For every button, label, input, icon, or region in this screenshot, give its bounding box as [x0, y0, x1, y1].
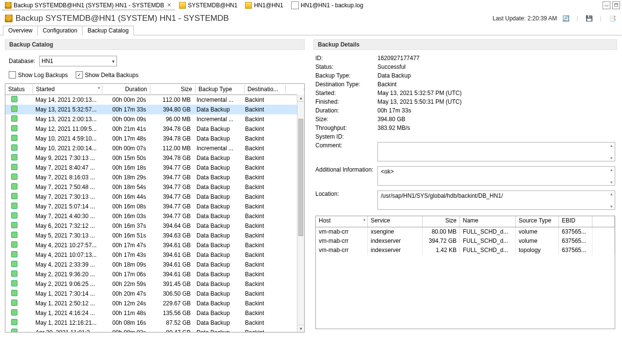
cell-svc-size: 394.72 GB: [423, 237, 460, 246]
table-row[interactable]: May 14, 2021 2:00:13...00h 00m 20s112.00…: [5, 95, 304, 105]
textbox-scroll[interactable]: ▴▾: [608, 191, 614, 209]
export-icon[interactable]: 📑: [607, 14, 617, 23]
show-log-backups-checkbox[interactable]: Show Log Backups: [9, 71, 68, 79]
table-row[interactable]: May 7, 2021 7:50:48 ...00h 18m 54s394.77…: [5, 182, 304, 192]
status-success-icon: [11, 183, 17, 190]
table-row[interactable]: May 7, 2021 4:40:30 ...00h 16m 03s394.77…: [5, 211, 304, 221]
database-value: HN1: [42, 58, 53, 64]
col-status[interactable]: Status: [5, 85, 33, 94]
cell-service: indexserver: [368, 246, 423, 255]
additional-info-textbox[interactable]: <ok> ▴▾: [377, 166, 615, 186]
table-row[interactable]: May 7, 2021 8:40:47 ...00h 16m 18s394.77…: [5, 163, 304, 173]
col-started[interactable]: Started ▾: [33, 85, 102, 94]
table-row[interactable]: May 7, 2021 7:30:13 ...00h 16m 44s394.77…: [5, 192, 304, 202]
editor-tab-backup[interactable]: Backup SYSTEMDB@HN1 (SYSTEM) HN1 - SYSTE…: [2, 1, 175, 10]
cell-started: May 5, 2021 7:30:13 ...: [33, 231, 101, 240]
status-success-icon: [11, 261, 17, 267]
cell-dest: Backint: [242, 270, 283, 279]
scroll-thumb[interactable]: [298, 119, 303, 236]
cell-duration: 00h 17m 47s: [101, 241, 149, 250]
col-host[interactable]: Host ▴: [316, 216, 368, 227]
col-backup-type[interactable]: Backup Type: [196, 85, 245, 94]
cell-size: 394.77 GB: [149, 212, 194, 221]
table-row[interactable]: May 1, 2021 4:16:24 ...00h 11m 48s135.56…: [5, 308, 304, 318]
table-row[interactable]: May 1, 2021 2:50:12 ...00h 12m 24s229.67…: [5, 299, 304, 308]
editor-tab-hn1[interactable]: HN1@HN1: [242, 1, 287, 10]
textbox-scroll[interactable]: ▴▾: [608, 167, 614, 185]
table-row[interactable]: May 13, 2021 5:32:57...00h 17m 33s394.80…: [5, 105, 304, 114]
table-row[interactable]: May 1, 2021 7:30:14 ...00h 20m 47s306.50…: [5, 289, 304, 299]
status-success-icon: [11, 319, 17, 325]
editor-tab-systemdb[interactable]: SYSTEMDB@HN1: [176, 1, 241, 10]
close-icon[interactable]: ✕: [167, 2, 171, 8]
col-svc-size[interactable]: Size: [423, 216, 460, 227]
vertical-scrollbar[interactable]: ▴ ▾: [297, 95, 304, 332]
editor-tab-label: HN1@HN1: [254, 2, 283, 9]
cell-type: Data Backup: [194, 270, 242, 279]
cell-name: FULL_SCHD_d...: [460, 227, 516, 237]
value-status: Successful: [377, 63, 615, 70]
table-row[interactable]: May 4, 2021 2:33:39 ...00h 18m 09s394.61…: [5, 260, 304, 269]
table-row[interactable]: May 7, 2021 5:07:14 ...00h 16m 08s394.77…: [5, 202, 304, 211]
table-row[interactable]: Apr 30, 2021 11:01:3...00h 08m 02s80.47 …: [5, 328, 304, 332]
table-row[interactable]: May 4, 2021 10:07:13...00h 17m 43s394.61…: [5, 250, 304, 260]
textbox-scroll[interactable]: ▴▾: [608, 143, 614, 160]
scroll-down-icon[interactable]: ▾: [297, 325, 304, 332]
cell-type: Data Backup: [194, 163, 242, 172]
inner-tab-bar: Overview Configuration Backup Catalog: [0, 25, 622, 35]
cell-duration: 00h 08m 16s: [101, 318, 149, 327]
tab-backup-catalog[interactable]: Backup Catalog: [82, 26, 134, 35]
table-row[interactable]: May 10, 2021 2:00:14...00h 00m 07s112.00…: [5, 143, 304, 153]
last-update-value: 2:20:39 AM: [527, 15, 557, 22]
table-row[interactable]: May 12, 2021 11:09:5...00h 21m 41s394.78…: [5, 124, 304, 134]
minimize-icon[interactable]: ▭: [603, 1, 610, 9]
comment-textbox[interactable]: ▴▾: [377, 142, 615, 161]
table-row[interactable]: vm-mab-crrxsengine80.00 MBFULL_SCHD_d...…: [316, 227, 615, 237]
cell-started: May 12, 2021 11:09:5...: [33, 125, 101, 133]
cell-size: 394.77 GB: [149, 192, 194, 201]
save-icon[interactable]: 💾: [584, 14, 594, 23]
table-row[interactable]: May 13, 2021 2:00:13...00h 00m 09s96.00 …: [5, 114, 304, 124]
backup-icon: [5, 15, 13, 22]
tab-overview[interactable]: Overview: [3, 26, 38, 35]
cell-dest: Backint: [242, 115, 283, 124]
table-row[interactable]: May 1, 2021 12:16:21...00h 08m 16s87.52 …: [5, 318, 304, 328]
col-service[interactable]: Service: [368, 216, 423, 227]
location-textbox[interactable]: /usr/sap/HN1/SYS/global/hdb/backint/DB_H…: [377, 190, 615, 210]
cell-type: Data Backup: [194, 183, 242, 191]
table-row[interactable]: May 2, 2021 9:36:20 ...00h 17m 06s394.61…: [5, 269, 304, 279]
col-destination[interactable]: Destinatio...: [245, 85, 286, 94]
table-row[interactable]: May 2, 2021 9:06:25 ...00h 22m 59s391.45…: [5, 279, 304, 289]
editor-tab-backup-log[interactable]: HN1@HN1 - backup.log: [288, 0, 367, 11]
table-row[interactable]: May 6, 2021 7:32:12 ...00h 16m 37s394.64…: [5, 221, 304, 231]
cell-source-type: volume: [516, 227, 559, 237]
table-row[interactable]: May 7, 2021 8:16:03 ...00h 18m 29s394.77…: [5, 173, 304, 182]
table-row[interactable]: May 10, 2021 4:59:10...00h 17m 48s394.78…: [5, 134, 304, 143]
scroll-up-icon[interactable]: ▴: [297, 95, 304, 102]
tab-configuration[interactable]: Configuration: [37, 26, 82, 35]
value-location: /usr/sap/HN1/SYS/global/hdb/backint/DB_H…: [381, 192, 503, 199]
col-name[interactable]: Name: [460, 216, 516, 227]
col-ebid[interactable]: EBID: [559, 216, 592, 227]
cell-started: May 2, 2021 9:36:20 ...: [33, 270, 101, 279]
table-row[interactable]: May 5, 2021 7:30:13 ...00h 16m 51s394.63…: [5, 231, 304, 240]
col-source-type[interactable]: Source Type: [516, 216, 559, 227]
show-delta-backups-checkbox[interactable]: Show Delta Backups: [76, 71, 139, 79]
col-size[interactable]: Size: [150, 85, 196, 94]
table-row[interactable]: vm-mab-crrindexserver394.72 GBFULL_SCHD_…: [316, 237, 615, 246]
status-success-icon: [11, 251, 17, 257]
table-row[interactable]: May 4, 2021 10:27:57...00h 17m 47s394.61…: [5, 240, 304, 250]
refresh-icon[interactable]: 🔄: [561, 14, 571, 23]
status-success-icon: [11, 135, 17, 141]
table-row[interactable]: May 9, 2021 7:30:13 ...00h 15m 50s394.78…: [5, 153, 304, 163]
cell-started: May 7, 2021 5:07:14 ...: [33, 202, 101, 211]
database-select[interactable]: HN1 ▾: [39, 56, 117, 66]
cell-dest: Backint: [242, 251, 283, 259]
cell-type: Data Backup: [194, 212, 242, 221]
maximize-icon[interactable]: 🗖: [612, 1, 620, 9]
cell-type: Data Backup: [194, 134, 242, 143]
cell-dest: Backint: [242, 299, 283, 308]
table-row[interactable]: vm-mab-crrindexserver1.42 KBFULL_SCHD_d.…: [316, 246, 615, 255]
col-duration[interactable]: Duration: [102, 85, 150, 94]
cell-dest: Backint: [242, 280, 283, 288]
